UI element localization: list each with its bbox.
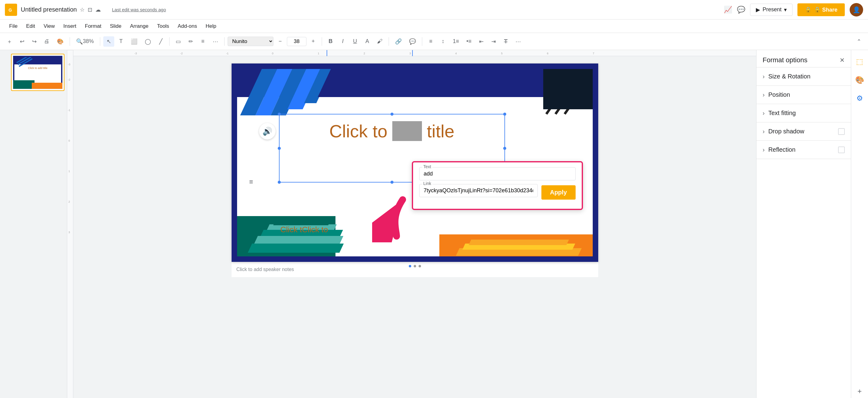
svg-text:4: 4 <box>455 52 457 55</box>
star-icon[interactable]: ☆ <box>80 6 85 13</box>
line-spacing-button[interactable]: ↕ <box>437 36 448 46</box>
numbered-list-button[interactable]: 1≡ <box>450 36 462 46</box>
document-title[interactable]: Untitled presentation <box>21 6 77 13</box>
text-input[interactable] <box>419 167 576 180</box>
menu-file[interactable]: File <box>5 21 22 31</box>
font-size-plus[interactable]: + <box>308 36 319 46</box>
paint-format-button[interactable]: 🎨 <box>54 36 67 47</box>
chevron-right-icon-5: › <box>763 146 765 153</box>
menu-edit[interactable]: Edit <box>22 21 39 31</box>
menu-help[interactable]: Help <box>202 21 221 31</box>
format-section-text-fitting[interactable]: › Text fitting <box>756 104 851 122</box>
border-dash-button[interactable]: ⋯ <box>210 36 221 47</box>
format-options-icon[interactable]: ⬚ <box>854 55 866 68</box>
speaker-notes[interactable]: Click to add speaker notes <box>231 261 598 277</box>
menu-arrange[interactable]: Arrange <box>126 21 152 31</box>
menu-insert[interactable]: Insert <box>59 21 81 31</box>
slide-dot-1[interactable] <box>409 265 411 267</box>
audio-icon[interactable]: 🔊 <box>259 123 276 139</box>
analytics-icon[interactable]: 📈 <box>724 6 732 14</box>
add-button[interactable]: ＋ <box>4 36 15 47</box>
zoom-button[interactable]: 🔍 38% <box>73 36 97 47</box>
more-button[interactable]: ⋯ <box>513 36 524 47</box>
link-label: Link <box>422 181 433 186</box>
font-size-input[interactable] <box>287 37 306 46</box>
format-section-position[interactable]: › Position <box>756 86 851 104</box>
menu-tools[interactable]: Tools <box>153 21 174 31</box>
format-section-drop-shadow[interactable]: › Drop shadow <box>756 122 851 141</box>
menu-slide[interactable]: Slide <box>106 21 126 31</box>
menu-format[interactable]: Format <box>81 21 106 31</box>
svg-text:-3: -3 <box>134 52 137 55</box>
print-button[interactable]: 🖨 <box>41 36 53 46</box>
align-toolbar-icon[interactable]: ≡ <box>249 178 253 186</box>
border-color-button[interactable]: ✏ <box>185 36 196 47</box>
bullet-list-button[interactable]: •≡ <box>463 36 475 46</box>
toolbar-sep-7 <box>422 37 422 46</box>
position-label: Position <box>768 91 845 98</box>
bold-button[interactable]: B <box>325 36 336 46</box>
svg-text:1: 1 <box>68 170 70 173</box>
drop-shadow-checkbox[interactable] <box>838 128 845 135</box>
svg-text:-2: -2 <box>180 52 183 55</box>
slide-title[interactable]: Click to add title <box>280 114 504 148</box>
slide-dot-3[interactable] <box>418 265 421 267</box>
present-icon: ▶ <box>756 6 760 13</box>
accessibility-icon[interactable]: ⚙ <box>854 92 866 105</box>
link-button[interactable]: 🔗 <box>392 36 405 47</box>
align-button[interactable]: ≡ <box>425 36 436 46</box>
horizontal-ruler: -3 -2 -1 0 1 2 3 4 5 6 7 <box>73 50 756 56</box>
chevron-right-icon-3: › <box>763 109 765 117</box>
line-button[interactable]: ╱ <box>155 36 166 47</box>
svg-text:-2: -2 <box>68 78 70 81</box>
cloud-icon[interactable]: ☁ <box>95 6 101 13</box>
toolbar-sep-5 <box>322 37 322 46</box>
italic-button[interactable]: I <box>337 36 348 46</box>
reflection-checkbox[interactable] <box>838 146 845 153</box>
comment-button[interactable]: 💬 <box>406 36 419 47</box>
chevron-right-icon-2: › <box>763 91 765 98</box>
format-section-size[interactable]: › Size & Rotation <box>756 67 851 86</box>
shapes-button[interactable]: ◯ <box>142 36 154 47</box>
clear-format-button[interactable]: T̶ <box>500 36 511 47</box>
redo-button[interactable]: ↪ <box>29 36 40 47</box>
share-button[interactable]: 🔒 🔒 Share <box>798 3 845 16</box>
menu-addons[interactable]: Add-ons <box>174 21 202 31</box>
folder-icon[interactable]: ⊡ <box>88 6 92 13</box>
apply-button[interactable]: Apply <box>541 185 576 200</box>
svg-text:-1: -1 <box>226 52 228 55</box>
svg-text:3: 3 <box>68 231 70 234</box>
indent-more-button[interactable]: ⇥ <box>488 36 499 47</box>
comments-icon[interactable]: 💬 <box>737 6 745 14</box>
format-panel-close-button[interactable]: ✕ <box>840 57 845 64</box>
format-section-reflection[interactable]: › Reflection <box>756 141 851 159</box>
font-family-select[interactable]: Nunito <box>228 37 274 46</box>
slide-dot-2[interactable] <box>414 265 416 267</box>
slide-canvas[interactable]: 🔊 <box>231 64 598 262</box>
toolbar-collapse[interactable]: ⌃ <box>853 36 864 47</box>
link-row: Link Apply <box>419 184 576 201</box>
menu-view[interactable]: View <box>39 21 59 31</box>
slide-thumbnail[interactable]: Click to add title <box>11 54 64 91</box>
canvas-scroll[interactable]: -3 -2 -1 0 1 2 3 4 5 6 7 <box>73 50 756 398</box>
add-panel-icon[interactable]: + <box>855 385 864 398</box>
underline-button[interactable]: U <box>349 36 361 46</box>
border-weight-button[interactable]: ≡ <box>197 36 208 46</box>
lock-icon: 🔒 <box>805 6 811 13</box>
image-button[interactable]: ⬜ <box>128 36 141 47</box>
user-avatar[interactable]: 👤 <box>850 3 863 16</box>
indent-less-button[interactable]: ⇤ <box>476 36 487 47</box>
present-button[interactable]: ▶ Present ▾ <box>750 4 793 16</box>
svg-text:7: 7 <box>593 52 594 55</box>
slide-subtitle[interactable]: Click tClick to <box>280 225 328 234</box>
text-button[interactable]: T <box>116 36 126 46</box>
link-input[interactable] <box>419 184 538 197</box>
text-color-button[interactable]: A <box>362 36 373 46</box>
bg-color-button[interactable]: ▭ <box>173 36 184 47</box>
theme-icon[interactable]: 🎨 <box>853 73 867 87</box>
collapse-toolbar-button[interactable]: ⌃ <box>853 36 864 47</box>
undo-button[interactable]: ↩ <box>17 36 28 47</box>
font-size-minus[interactable]: − <box>275 36 286 46</box>
highlight-button[interactable]: 🖌 <box>374 36 385 46</box>
cursor-button[interactable]: ↖ <box>103 36 114 47</box>
